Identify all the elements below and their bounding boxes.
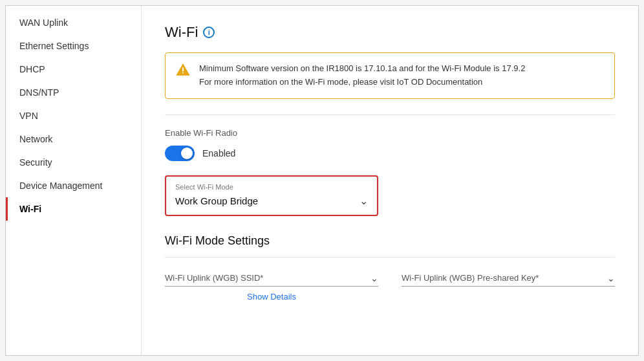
svg-point-0 (182, 72, 184, 74)
ssid-label: Wi-Fi Uplink (WGB) SSID* (165, 273, 263, 283)
divider-1 (165, 115, 615, 115)
sidebar-item-network[interactable]: Network (6, 127, 141, 151)
show-details-link[interactable]: Show Details (165, 292, 378, 301)
ssid-field[interactable]: Wi-Fi Uplink (WGB) SSID* ⌄ (165, 273, 378, 287)
toggle-row: Enabled (165, 146, 615, 161)
main-content: Wi-Fi i Minimum Software version on the … (142, 6, 638, 355)
mode-settings-title: Wi-Fi Mode Settings (165, 234, 615, 248)
sidebar-item-wifi[interactable]: Wi-Fi (6, 197, 141, 221)
info-icon[interactable]: i (203, 27, 215, 38)
sidebar-item-dns-ntp[interactable]: DNS/NTP (6, 81, 141, 104)
toggle-state-label: Enabled (202, 148, 235, 159)
ssid-field-group: Wi-Fi Uplink (WGB) SSID* ⌄ Show Details (165, 273, 378, 301)
chevron-down-icon: ⌄ (360, 195, 368, 207)
app-window: WAN Uplink Ethernet Settings DHCP DNS/NT… (5, 5, 639, 356)
sidebar: WAN Uplink Ethernet Settings DHCP DNS/NT… (6, 6, 142, 355)
enable-wifi-label: Enable Wi-Fi Radio (165, 128, 615, 138)
warning-box: Minimum Software version on the IR1800 i… (165, 52, 615, 99)
psk-chevron-icon: ⌄ (607, 273, 615, 283)
psk-field-group: Wi-Fi Uplink (WGB) Pre-shared Key* ⌄ (402, 273, 615, 301)
select-mode-value-row: Work Group Bridge ⌄ (175, 195, 368, 207)
ssid-chevron-icon: ⌄ (370, 273, 378, 283)
sidebar-item-security[interactable]: Security (6, 151, 141, 174)
psk-label: Wi-Fi Uplink (WGB) Pre-shared Key* (402, 273, 539, 283)
settings-divider (165, 257, 615, 257)
warning-text: Minimum Software version on the IR1800 i… (199, 62, 525, 89)
page-title: Wi-Fi (165, 24, 198, 41)
fields-row: Wi-Fi Uplink (WGB) SSID* ⌄ Show Details … (165, 273, 615, 301)
page-title-row: Wi-Fi i (165, 24, 615, 41)
sidebar-item-wan-uplink[interactable]: WAN Uplink (6, 11, 141, 34)
sidebar-item-device-management[interactable]: Device Management (6, 174, 141, 197)
sidebar-item-ethernet-settings[interactable]: Ethernet Settings (6, 34, 141, 58)
wifi-radio-toggle[interactable] (165, 146, 195, 161)
select-mode-label: Select Wi-Fi Mode (175, 183, 368, 191)
select-mode-value: Work Group Bridge (175, 195, 258, 206)
warning-triangle-icon (176, 63, 190, 77)
psk-field[interactable]: Wi-Fi Uplink (WGB) Pre-shared Key* ⌄ (402, 273, 615, 287)
select-mode-box[interactable]: Select Wi-Fi Mode Work Group Bridge ⌄ (165, 175, 378, 216)
sidebar-item-dhcp[interactable]: DHCP (6, 58, 141, 81)
sidebar-item-vpn[interactable]: VPN (6, 104, 141, 127)
